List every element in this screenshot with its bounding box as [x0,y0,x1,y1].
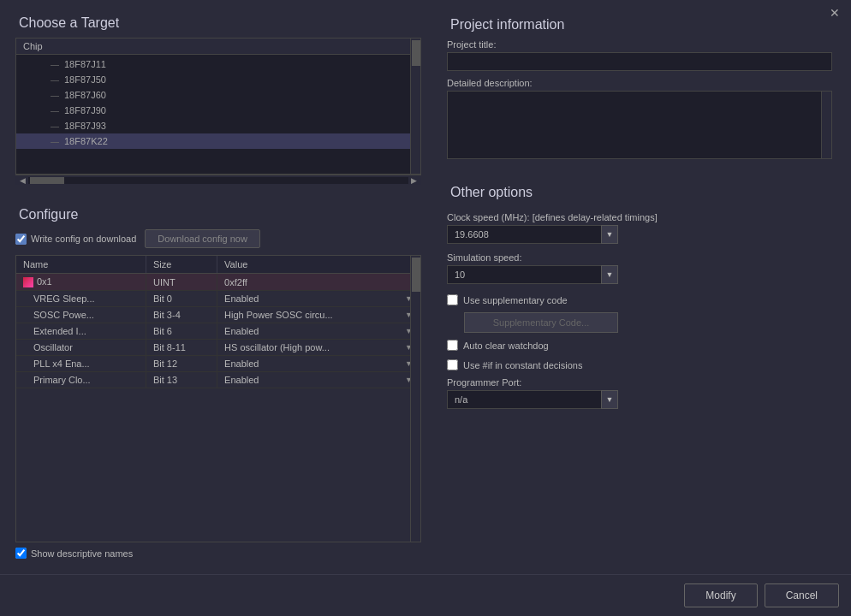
write-config-checkbox-label[interactable]: Write config on download [15,234,136,245]
project-title-label: Project title: [447,39,832,50]
config-table: Name Size Value 0x1 UINT 0xf [16,256,420,388]
use-hash-if-option[interactable]: Use #if in constant decisions [447,358,832,372]
table-cell-value: High Power SOSC circu...▼ [217,307,420,323]
table-cell-name: PLL x4 Ena... [16,356,146,372]
table-cell-size: Bit 0 [146,291,217,307]
cancel-button[interactable]: Cancel [765,583,839,607]
table-cell-name: Oscillator [16,340,146,356]
description-scrollbar [822,91,832,159]
scroll-left-arrow[interactable]: ◀ [17,176,28,185]
tree-item[interactable]: 18F87J90 [16,103,420,118]
tree-items: 18F87J11 18F87J50 18F87J60 18F87J90 18F8… [16,55,420,151]
simulation-speed-label: Simulation speed: [447,252,832,263]
tree-item[interactable]: 18F87J60 [16,87,420,103]
other-options-section: Other options Clock speed (MHz): [define… [437,176,842,566]
h-scrollbar-track [28,177,408,184]
tree-item[interactable]: 18F87J11 [16,56,420,72]
table-cell-value: Enabled▼ [217,291,420,307]
table-cell-name: Extended I... [16,323,146,340]
dialog: ✕ Choose a Target Chip 18F87J11 18F87J50… [0,0,851,616]
left-panel: Choose a Target Chip 18F87J11 18F87J50 1… [9,9,428,566]
tree-item[interactable]: 18F87K22 [16,133,420,149]
clock-speed-wrapper: 19.6608 ▼ [447,225,618,244]
table-row[interactable]: PLL x4 Ena... Bit 12 Enabled▼ [16,356,420,372]
use-supplementary-checkbox[interactable] [447,294,458,305]
bottom-bar: Modify Cancel [0,574,851,616]
clock-speed-label: Clock speed (MHz): [defines delay-relate… [447,212,832,222]
scroll-right-arrow[interactable]: ▶ [408,176,420,185]
table-cell-value: Enabled▼ [217,372,420,388]
table-row[interactable]: Extended I... Bit 6 Enabled▼ [16,323,420,340]
simulation-speed-field: Simulation speed: 10 ▼ [447,252,832,284]
use-supplementary-option[interactable]: Use supplementary code [447,293,832,307]
simulation-speed-select[interactable]: 10 [447,265,618,284]
show-descriptive-label[interactable]: Show descriptive names [15,548,421,559]
col-header-size: Size [146,256,217,274]
config-table-vertical-scrollbar[interactable] [410,256,420,542]
col-header-value: Value [217,256,420,274]
right-panel: Project information Project title: Detai… [437,9,842,566]
scrollbar-thumb [412,40,420,66]
programmer-port-select[interactable]: n/a [447,390,618,409]
table-cell-name: VREG Sleep... [16,291,146,307]
description-textarea[interactable] [447,91,822,159]
tree-item[interactable]: 18F87J93 [16,118,420,133]
table-row[interactable]: Primary Clo... Bit 13 Enabled▼ [16,372,420,388]
config-table-scrollbar-thumb [412,258,420,292]
table-cell-name: SOSC Powe... [16,307,146,323]
table-cell-size: Bit 13 [146,372,217,388]
table-cell-value: Enabled▼ [217,356,420,372]
modify-button[interactable]: Modify [684,583,757,607]
configure-title: Configure [15,207,421,222]
use-supplementary-label: Use supplementary code [463,295,568,305]
simulation-speed-wrapper: 10 ▼ [447,265,618,284]
show-descriptive-checkbox[interactable] [15,548,27,559]
auto-clear-watchdog-option[interactable]: Auto clear watchdog [447,338,832,352]
table-row[interactable]: Oscillator Bit 8-11 HS oscillator (High … [16,340,420,356]
tree-item[interactable]: 18F87J50 [16,72,420,87]
auto-clear-watchdog-label: Auto clear watchdog [463,341,549,351]
configure-section: Configure Write config on download Downl… [9,200,428,566]
close-button[interactable]: ✕ [825,5,844,21]
tree-horizontal-scrollbar[interactable]: ◀ ▶ [15,175,421,185]
table-cell-name: 0x1 [16,274,146,291]
table-row[interactable]: 0x1 UINT 0xf2ff [16,274,420,291]
chip-tree-header: Chip [16,38,420,55]
clock-speed-field: Clock speed (MHz): [defines delay-relate… [447,212,832,244]
project-title-input[interactable] [447,52,832,71]
show-descriptive-text: Show descriptive names [31,548,133,559]
col-header-name: Name [16,256,146,274]
supplementary-code-button[interactable]: Supplementary Code... [464,312,618,333]
choose-target-section: Choose a Target Chip 18F87J11 18F87J50 1… [9,9,428,192]
project-info-section: Project information Project title: Detai… [437,9,842,168]
use-hash-if-label: Use #if in constant decisions [463,360,582,370]
table-cell-value: Enabled▼ [217,323,420,340]
use-hash-if-checkbox[interactable] [447,359,458,370]
table-row[interactable]: VREG Sleep... Bit 0 Enabled▼ [16,291,420,307]
tree-scroll-area[interactable]: 18F87J11 18F87J50 18F87J60 18F87J90 18F8… [16,55,420,152]
other-options-title: Other options [447,185,832,200]
h-scrollbar-thumb [30,177,64,184]
programmer-port-wrapper: n/a ▼ [447,390,618,409]
table-cell-size: Bit 12 [146,356,217,372]
write-config-checkbox[interactable] [15,234,27,245]
write-config-label: Write config on download [31,234,136,244]
table-cell-size: Bit 3-4 [146,307,217,323]
programmer-port-field: Programmer Port: n/a ▼ [447,377,832,409]
config-table-wrapper: Name Size Value 0x1 UINT 0xf [15,255,421,542]
programmer-port-label: Programmer Port: [447,377,832,388]
table-cell-value: 0xf2ff [217,274,420,291]
description-label: Detailed description: [447,78,832,88]
clock-speed-select[interactable]: 19.6608 [447,225,618,244]
tree-vertical-scrollbar[interactable] [410,38,420,174]
table-cell-size: UINT [146,274,217,291]
table-row[interactable]: SOSC Powe... Bit 3-4 High Power SOSC cir… [16,307,420,323]
download-config-button[interactable]: Download config now [145,229,260,248]
project-info-title: Project information [447,17,832,33]
table-cell-size: Bit 8-11 [146,340,217,356]
table-cell-name: Primary Clo... [16,372,146,388]
config-toolbar: Write config on download Download config… [15,229,421,248]
auto-clear-watchdog-checkbox[interactable] [447,340,458,351]
chip-tree: Chip 18F87J11 18F87J50 18F87J60 18F87J90… [15,38,421,175]
table-cell-value: HS oscillator (High pow...▼ [217,340,420,356]
